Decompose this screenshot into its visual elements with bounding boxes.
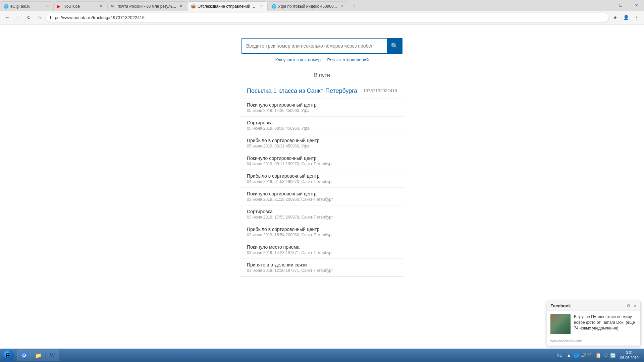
event-item-0: Покинуло сортировочный центр 05 июня 201… <box>240 99 404 117</box>
minimize-button[interactable]: — <box>598 0 613 11</box>
forward-button[interactable]: → <box>13 13 23 22</box>
event-details: 03 июня 2019, 15:54 200960, Санкт-Петерб… <box>247 233 397 237</box>
event-status: Сортировка <box>247 120 397 125</box>
tab-label-tracking: Отслеживание отправлений —... <box>198 4 257 9</box>
tracking-search-input[interactable] <box>242 39 387 53</box>
tab-favicon-youtube: ▶ <box>57 4 62 9</box>
home-button[interactable]: ⌂ <box>35 13 44 22</box>
event-item-4: Прибыло в сортировочный центр 04 июня 20… <box>240 170 404 188</box>
event-status: Покинуло сортировочный центр <box>247 191 397 196</box>
new-tab-button[interactable]: + <box>350 1 359 11</box>
separator: · <box>323 57 325 62</box>
tab-favicon-ecig: 🌐 <box>4 4 8 9</box>
fb-notif-controls: ⚙ ✕ <box>627 303 637 308</box>
tab-close-youtube[interactable]: ✕ <box>98 4 104 9</box>
address-bar[interactable] <box>46 13 609 22</box>
taskbar-item-browser[interactable] <box>17 350 31 361</box>
package-header: Посылка 1 класса из Санкт-Петербурга 197… <box>240 82 404 99</box>
event-details: 03 июня 2019, 12:30 197371, Санкт-Петерб… <box>247 268 397 273</box>
search-box: 🔍 <box>241 38 402 54</box>
facebook-notification: Facebook ⚙ ✕ В группе Путешествие по мир… <box>547 301 641 346</box>
tray-update-icon[interactable]: 🔄 <box>610 352 616 358</box>
package-title[interactable]: Посылка 1 класса из Санкт-Петербурга <box>247 87 357 95</box>
reload-button[interactable]: ↻ <box>24 13 34 22</box>
user-icon[interactable]: 👤 <box>621 13 631 22</box>
tab-close-ufa[interactable]: ✕ <box>339 4 344 9</box>
tab-tracking[interactable]: 📦 Отслеживание отправлений —... ✕ <box>187 1 268 11</box>
event-status: Покинуло место приема <box>247 244 397 250</box>
tab-close-pochta[interactable]: ✕ <box>178 4 183 9</box>
status-section: В пути <box>0 72 644 78</box>
taskbar: ⊞ 📁 W RU ▲ 🌐 🔊 🔌 📋 🛡 🔄 <box>0 349 644 362</box>
tab-label-ecig: eCigTalk.ru <box>10 4 43 9</box>
tab-favicon-ufa: 🌐 <box>271 4 276 9</box>
tray-expand-icon[interactable]: ▲ <box>566 352 572 358</box>
nav-bar: ← → ↻ ⌂ ★ 👤 ⋮ <box>0 11 644 24</box>
event-details: 03 июня 2019, 21:18 200960, Санкт-Петерб… <box>247 197 397 202</box>
event-item-3: Покинуло сортировочный центр 04 июня 201… <box>240 152 404 170</box>
browser-icon <box>20 352 28 359</box>
fb-notif-body: В группе Путешествие по миру новое фото … <box>547 311 640 338</box>
tab-ecig[interactable]: 🌐 eCigTalk.ru ✕ <box>0 1 54 11</box>
tab-youtube[interactable]: ▶ YouTube ✕ <box>54 1 107 11</box>
tray-power-icon[interactable]: 🔌 <box>588 352 594 358</box>
menu-button[interactable]: ⋮ <box>632 13 641 22</box>
status-text: В пути <box>314 72 330 78</box>
clock[interactable]: 0:31 06.06.2019 <box>618 350 641 361</box>
how-to-track-link[interactable]: Как узнать трек-номер <box>275 57 321 62</box>
folder-icon: 📁 <box>35 352 42 359</box>
fb-notif-gear-icon[interactable]: ⚙ <box>627 303 631 308</box>
word-icon: W <box>49 352 56 359</box>
event-status: Прибыло в сортировочный центр <box>247 138 397 143</box>
clock-time: 0:31 <box>626 350 633 355</box>
start-button[interactable]: ⊞ <box>0 349 16 362</box>
close-button[interactable]: ✕ <box>629 0 644 11</box>
tab-label-pochta: почта России - 30 млн резуль... <box>118 4 176 9</box>
event-details: 04 июня 2019, 09:11 190970, Санкт-Петерб… <box>247 162 397 166</box>
search-button[interactable]: 🔍 <box>387 39 402 53</box>
event-item-7: Прибыло в сортировочный центр 03 июня 20… <box>240 223 404 241</box>
back-button[interactable]: ← <box>3 13 12 22</box>
search-links: Как узнать трек-номер · Розыск отправлен… <box>275 57 369 62</box>
tab-favicon-pochta: ✉ <box>111 4 116 9</box>
event-item-5: Покинуло сортировочный центр 03 июня 201… <box>240 188 404 205</box>
tray-volume-icon[interactable]: 🔊 <box>581 352 587 358</box>
tray-network-icon[interactable]: 🌐 <box>573 352 579 358</box>
search-shipment-link[interactable]: Розыск отправлений <box>327 57 369 62</box>
event-status: Принято в отделении связи <box>247 262 397 267</box>
package-info: Посылка 1 класса из Санкт-Петербурга <box>247 87 357 95</box>
window-controls: — ☐ ✕ <box>598 0 644 11</box>
search-icon: 🔍 <box>391 42 398 50</box>
event-item-1: Сортировка 05 июня 2019, 08:38 450963, У… <box>240 117 404 134</box>
tray-antivirus-icon[interactable]: 🛡 <box>603 352 609 358</box>
event-list: Покинуло сортировочный центр 05 июня 201… <box>240 99 404 276</box>
event-details: 04 июня 2019, 01:58 190970, Санкт-Петерб… <box>247 179 397 184</box>
taskbar-right: RU ▲ 🌐 🔊 🔌 📋 🛡 🔄 0:31 06.06.2019 <box>552 350 644 361</box>
taskbar-item-explorer[interactable]: 📁 <box>32 350 45 361</box>
taskbar-item-word[interactable]: W <box>46 350 59 361</box>
bookmark-button[interactable]: ★ <box>610 13 620 22</box>
tab-close-tracking[interactable]: ✕ <box>259 4 264 9</box>
fb-notif-close-icon[interactable]: ✕ <box>633 303 637 308</box>
tab-bar: 🌐 eCigTalk.ru ✕ ▶ YouTube ✕ ✉ почта Росс… <box>0 0 644 11</box>
tab-label-ufa: Уфа почтовый индекс 450960... <box>278 4 337 9</box>
language-indicator[interactable]: RU <box>555 353 565 358</box>
event-details: 03 июня 2019, 14:23 197371, Санкт-Петерб… <box>247 250 397 255</box>
tray-extra-icon[interactable]: 📋 <box>595 352 601 358</box>
tab-pochta[interactable]: ✉ почта России - 30 млн резуль... ✕ <box>107 1 187 11</box>
event-item-9: Принято в отделении связи 03 июня 2019, … <box>240 259 404 276</box>
event-details: 03 июня 2019, 17:53 200978, Санкт-Петерб… <box>247 215 397 220</box>
tab-close-ecig[interactable]: ✕ <box>45 4 50 9</box>
browser-chrome: 🌐 eCigTalk.ru ✕ ▶ YouTube ✕ ✉ почта Росс… <box>0 0 644 24</box>
fb-notif-header: Facebook ⚙ ✕ <box>547 301 640 311</box>
event-status: Прибыло в сортировочный центр <box>247 173 397 179</box>
maximize-button[interactable]: ☐ <box>613 0 629 11</box>
fb-notif-url: www.facebook.com <box>547 338 640 346</box>
nav-right: ★ 👤 ⋮ <box>610 13 641 22</box>
fb-notif-title: Facebook <box>550 303 571 308</box>
taskbar-items: 📁 W <box>16 350 552 361</box>
package-number: 19737132022416 <box>363 88 397 93</box>
tab-ufa[interactable]: 🌐 Уфа почтовый индекс 450960... ✕ <box>268 1 348 11</box>
event-details: 05 июня 2019, 08:38 450963, Уфа <box>247 126 397 131</box>
event-details: 05 июня 2019, 14:30 450960, Уфа <box>247 108 397 113</box>
